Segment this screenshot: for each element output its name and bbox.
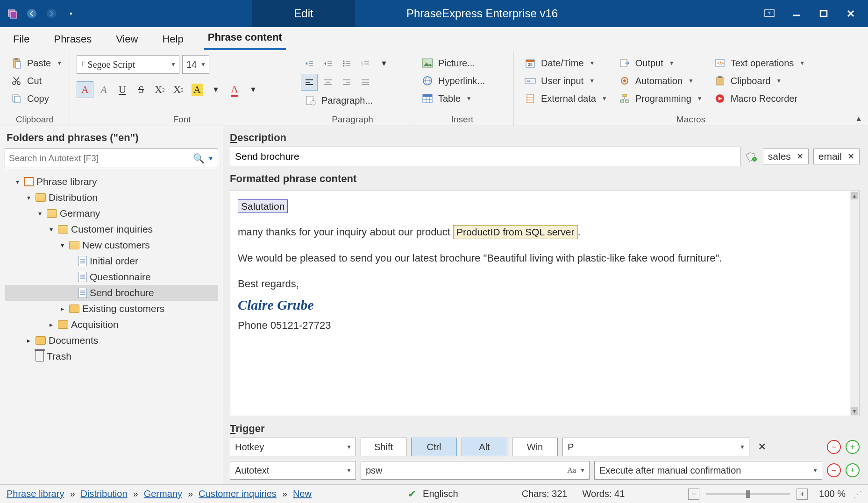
ribbon-display-icon[interactable] bbox=[758, 4, 781, 23]
macro-automation-button[interactable]: Automation▼ bbox=[615, 73, 705, 89]
clear-hotkey-icon[interactable]: ✕ bbox=[754, 441, 770, 453]
mod-win[interactable]: Win bbox=[512, 438, 558, 456]
close-button[interactable] bbox=[839, 4, 862, 23]
search-caret-icon[interactable]: ▼ bbox=[207, 155, 214, 162]
macro-programming-button[interactable]: Programming▼ bbox=[615, 91, 705, 106]
add-trigger-button-2[interactable]: + bbox=[846, 463, 860, 477]
numbering-icon[interactable]: 12 bbox=[357, 55, 374, 72]
macro-recorder-button[interactable]: Macro Recorder bbox=[710, 91, 808, 106]
crumb-4[interactable]: New bbox=[293, 489, 312, 499]
align-justify-icon[interactable] bbox=[357, 74, 374, 91]
search-field[interactable] bbox=[9, 153, 193, 163]
tree-customer-inquiries[interactable]: ▾Customer inquiries bbox=[5, 221, 218, 237]
align-center-icon[interactable] bbox=[320, 74, 336, 91]
tree-trash[interactable]: ▸Trash bbox=[5, 348, 218, 364]
macro-output-button[interactable]: Output▼ bbox=[615, 55, 705, 71]
tree-send-brochure[interactable]: Send brochure bbox=[5, 285, 218, 301]
menu-help[interactable]: Help bbox=[158, 30, 187, 48]
zoom-out-button[interactable]: − bbox=[688, 489, 699, 500]
tree-acquisition[interactable]: ▸Acquisition bbox=[5, 317, 218, 333]
search-input[interactable]: 🔍 ▼ bbox=[5, 149, 218, 168]
case-icon[interactable]: Aa bbox=[567, 466, 576, 475]
trigger-type-select-2[interactable]: Autotext▼ bbox=[230, 461, 356, 480]
tree-existing-customers[interactable]: ▸Existing customers bbox=[5, 301, 218, 317]
scroll-down-icon[interactable]: ▼ bbox=[851, 407, 858, 415]
qat-customize-icon[interactable]: ▾ bbox=[63, 5, 79, 22]
hotkey-key-select[interactable]: P▼ bbox=[562, 438, 749, 456]
crumb-3[interactable]: Customer inquiries bbox=[199, 489, 277, 499]
maximize-button[interactable] bbox=[812, 4, 835, 23]
context-tab-edit[interactable]: Edit bbox=[252, 0, 355, 27]
collapse-ribbon-icon[interactable]: ▲ bbox=[855, 114, 862, 123]
app-icon[interactable] bbox=[4, 5, 21, 22]
remove-trigger-button[interactable]: − bbox=[827, 440, 841, 454]
placeholder-salutation[interactable]: Salutation bbox=[238, 199, 288, 213]
phrase-content-editor[interactable]: Salutation many thanks for your inquiry … bbox=[230, 191, 860, 416]
superscript-button[interactable]: X2 bbox=[170, 81, 187, 98]
font-size-select[interactable]: 14▼ bbox=[182, 55, 209, 74]
tree-root[interactable]: ▾Phrase library bbox=[5, 174, 218, 190]
tree-distribution[interactable]: ▾Distribution bbox=[5, 190, 218, 205]
add-trigger-button[interactable]: + bbox=[846, 440, 860, 454]
placeholder-productid[interactable]: ProductID from SQL server bbox=[453, 225, 577, 239]
menu-file[interactable]: File bbox=[9, 30, 33, 48]
insert-table-button[interactable]: Table▼ bbox=[418, 91, 488, 106]
description-input[interactable] bbox=[230, 147, 740, 166]
zoom-in-button[interactable]: + bbox=[797, 489, 808, 500]
tag-email[interactable]: email✕ bbox=[813, 149, 860, 164]
paste-button[interactable]: Paste▼ bbox=[7, 55, 65, 71]
crumb-1[interactable]: Distribution bbox=[81, 489, 128, 499]
highlight-color-button[interactable]: A bbox=[189, 81, 206, 98]
insert-hyperlink-button[interactable]: Hyperlink... bbox=[418, 73, 488, 89]
highlight-color-caret[interactable]: ▼ bbox=[207, 81, 224, 98]
font-family-select[interactable]: T Segoe Script▼ bbox=[77, 55, 179, 74]
tree-germany[interactable]: ▾Germany bbox=[5, 205, 218, 221]
increase-indent-icon[interactable] bbox=[320, 55, 336, 72]
menu-phrase-content[interactable]: Phrase content bbox=[204, 28, 286, 50]
trigger-type-select[interactable]: Hotkey▼ bbox=[230, 438, 356, 456]
underline-button[interactable]: U bbox=[114, 81, 131, 98]
decrease-indent-icon[interactable] bbox=[301, 55, 318, 72]
remove-tag-icon[interactable]: ✕ bbox=[797, 151, 804, 162]
cut-button[interactable]: Cut bbox=[7, 73, 65, 89]
italic-button[interactable]: A bbox=[95, 81, 112, 98]
exec-mode-select[interactable]: Execute after manual confirmation▼ bbox=[594, 461, 822, 480]
list-caret[interactable]: ▼ bbox=[376, 55, 392, 72]
add-tag-icon[interactable]: + bbox=[745, 150, 758, 163]
mod-alt[interactable]: Alt bbox=[462, 438, 507, 456]
macro-clipboard-button[interactable]: Clipboard▼ bbox=[710, 73, 808, 89]
crumb-0[interactable]: Phrase library bbox=[7, 489, 64, 499]
align-left-icon[interactable] bbox=[301, 74, 318, 91]
search-icon[interactable]: 🔍 bbox=[193, 153, 205, 164]
back-icon[interactable] bbox=[23, 5, 40, 22]
align-right-icon[interactable] bbox=[338, 74, 355, 91]
mod-ctrl[interactable]: Ctrl bbox=[411, 438, 457, 456]
resize-grip-icon[interactable]: ⋰ bbox=[853, 489, 861, 500]
menu-view[interactable]: View bbox=[112, 30, 142, 48]
tree-questionnaire[interactable]: Questionnaire bbox=[5, 269, 218, 285]
zoom-slider[interactable] bbox=[706, 493, 790, 495]
minimize-button[interactable] bbox=[785, 4, 808, 23]
tree-new-customers[interactable]: ▾New customers bbox=[5, 237, 218, 253]
macro-textops-button[interactable]: </>Text operations▼ bbox=[710, 55, 808, 71]
bold-button[interactable]: A bbox=[77, 81, 93, 98]
remove-tag-icon[interactable]: ✕ bbox=[847, 151, 854, 162]
macro-userinput-button[interactable]: ABIUser input▼ bbox=[520, 73, 610, 89]
paragraph-dialog-button[interactable]: Paragraph... bbox=[301, 92, 404, 108]
scroll-up-icon[interactable]: ▲ bbox=[851, 192, 858, 199]
bullets-icon[interactable] bbox=[338, 55, 355, 72]
subscript-button[interactable]: X2 bbox=[151, 81, 168, 98]
macro-external-button[interactable]: External data▼ bbox=[520, 91, 610, 106]
macro-datetime-button[interactable]: 28Date/Time▼ bbox=[520, 55, 610, 71]
autotext-input[interactable]: pswAa▼ bbox=[361, 461, 590, 480]
tag-sales[interactable]: sales✕ bbox=[763, 149, 809, 164]
insert-picture-button[interactable]: Picture... bbox=[418, 55, 488, 71]
font-color-button[interactable]: A bbox=[226, 81, 243, 98]
scrollbar[interactable]: ▲ ▼ bbox=[850, 191, 859, 416]
tree-initial-order[interactable]: Initial order bbox=[5, 253, 218, 269]
mod-shift[interactable]: Shift bbox=[361, 438, 406, 456]
tree-documents[interactable]: ▸Documents bbox=[5, 333, 218, 348]
font-color-caret[interactable]: ▼ bbox=[245, 81, 262, 98]
crumb-2[interactable]: Germany bbox=[144, 489, 182, 499]
menu-phrases[interactable]: Phrases bbox=[50, 30, 95, 48]
